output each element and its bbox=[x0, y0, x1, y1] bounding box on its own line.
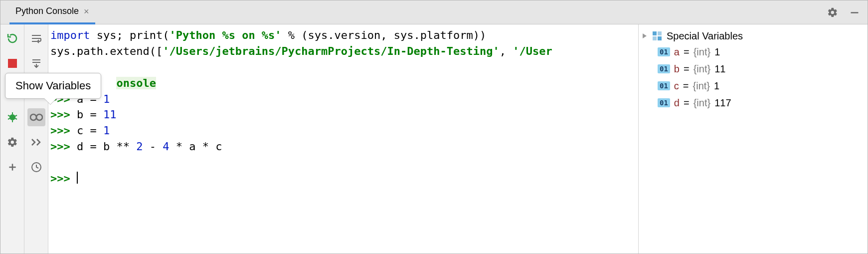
hide-icon[interactable] bbox=[846, 3, 864, 21]
svg-rect-21 bbox=[653, 36, 657, 40]
equals: = bbox=[684, 46, 690, 58]
titlebar-right bbox=[824, 0, 864, 24]
variables-panel: Special Variables 01 a = {int} 1 01 b = … bbox=[638, 24, 868, 254]
code-text: c = bbox=[77, 124, 103, 137]
number: 2 bbox=[136, 140, 143, 153]
gear-icon[interactable] bbox=[824, 3, 842, 21]
tab-title: Python Console bbox=[15, 6, 79, 16]
grid-icon bbox=[653, 31, 662, 40]
string-literal: '/Users/jetbrains/PycharmProjects/In-Dep… bbox=[163, 45, 500, 57]
equals: = bbox=[684, 63, 690, 75]
settings-icon[interactable] bbox=[3, 133, 21, 151]
variable-type: {int} bbox=[693, 80, 710, 92]
variable-value: 1 bbox=[714, 80, 719, 92]
stop-icon[interactable] bbox=[3, 54, 21, 72]
string-literal: '/User bbox=[513, 45, 552, 57]
variable-type: {int} bbox=[694, 97, 710, 109]
special-variables-row[interactable]: Special Variables bbox=[642, 28, 865, 43]
special-variables-label: Special Variables bbox=[667, 30, 743, 42]
variable-value: 11 bbox=[714, 63, 725, 75]
body: import sys; print('Python %s on %s' % (s… bbox=[0, 24, 868, 254]
history-icon[interactable] bbox=[27, 158, 45, 176]
svg-rect-0 bbox=[851, 12, 859, 13]
rerun-icon[interactable] bbox=[3, 29, 21, 47]
svg-rect-19 bbox=[653, 31, 657, 35]
svg-rect-22 bbox=[658, 36, 662, 40]
soft-wrap-icon[interactable] bbox=[27, 29, 45, 47]
toolbar-left-1 bbox=[0, 24, 24, 254]
int-badge-icon: 01 bbox=[658, 81, 670, 90]
variable-type: {int} bbox=[694, 46, 710, 58]
tab-python-console[interactable]: Python Console × bbox=[9, 0, 95, 24]
kw-import: import bbox=[50, 29, 90, 41]
svg-point-16 bbox=[30, 114, 36, 120]
svg-rect-1 bbox=[8, 59, 17, 68]
cursor bbox=[77, 172, 78, 184]
show-variables-icon[interactable] bbox=[27, 108, 45, 126]
prompt: >>> bbox=[50, 140, 77, 153]
close-icon[interactable]: × bbox=[84, 7, 89, 16]
number: 4 bbox=[163, 140, 169, 153]
number: 11 bbox=[103, 108, 117, 121]
variable-name: b bbox=[674, 63, 680, 75]
variable-row[interactable]: 01 a = {int} 1 bbox=[642, 43, 865, 60]
variable-value: 117 bbox=[714, 97, 731, 109]
variable-name: a bbox=[674, 46, 680, 58]
prompt: >>> bbox=[50, 108, 77, 121]
new-console-icon[interactable] bbox=[3, 158, 21, 176]
int-badge-icon: 01 bbox=[658, 47, 670, 56]
variable-row[interactable]: 01 d = {int} 117 bbox=[642, 94, 865, 111]
code-text: b = bbox=[77, 108, 103, 121]
svg-point-2 bbox=[9, 114, 15, 120]
code-text: * a * c bbox=[169, 140, 222, 153]
variable-type: {int} bbox=[694, 63, 710, 75]
command-queue-icon[interactable] bbox=[27, 133, 45, 151]
tab-bar: Python Console × bbox=[0, 0, 868, 24]
variable-row[interactable]: 01 c = {int} 1 bbox=[642, 77, 865, 94]
python-console-window: Python Console × bbox=[0, 0, 868, 254]
prompt: >>> bbox=[50, 124, 77, 137]
toolbar-left-2 bbox=[24, 24, 48, 254]
equals: = bbox=[683, 80, 689, 92]
svg-line-7 bbox=[8, 118, 10, 119]
code-text: % (sys.version, sys.platform)) bbox=[282, 29, 487, 41]
prompt: >>> bbox=[50, 172, 77, 185]
scroll-to-end-icon[interactable] bbox=[27, 54, 45, 72]
svg-rect-20 bbox=[658, 31, 662, 35]
variable-value: 1 bbox=[714, 46, 720, 58]
number: 1 bbox=[103, 93, 110, 105]
code-text: , bbox=[500, 45, 513, 57]
int-badge-icon: 01 bbox=[658, 64, 670, 73]
code-text: - bbox=[143, 140, 163, 153]
code-text: d = b ** bbox=[77, 140, 136, 153]
string-literal: 'Python %s on %s' bbox=[169, 29, 281, 41]
variable-name: c bbox=[674, 80, 679, 92]
svg-line-5 bbox=[8, 115, 10, 116]
expand-arrow-icon[interactable] bbox=[642, 33, 648, 39]
code-text: sys.path.extend([ bbox=[50, 45, 163, 57]
debug-icon[interactable] bbox=[3, 108, 21, 126]
variable-name: d bbox=[674, 97, 680, 109]
int-badge-icon: 01 bbox=[658, 98, 670, 107]
svg-line-8 bbox=[15, 118, 17, 119]
number: 1 bbox=[103, 124, 110, 137]
code-text: sys; print( bbox=[90, 29, 169, 41]
svg-line-6 bbox=[15, 115, 17, 116]
svg-point-17 bbox=[36, 114, 42, 120]
equals: = bbox=[684, 97, 690, 109]
tooltip-show-variables: Show Variables bbox=[5, 73, 101, 99]
console-output[interactable]: import sys; print('Python %s on %s' % (s… bbox=[48, 24, 638, 254]
console-fragment: onsole bbox=[116, 77, 156, 89]
variable-row[interactable]: 01 b = {int} 11 bbox=[642, 60, 865, 77]
